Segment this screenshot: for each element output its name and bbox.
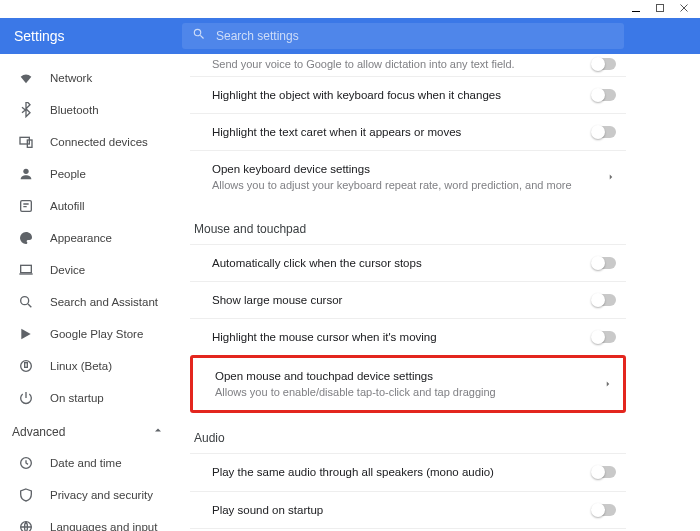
sidebar-item-label: Device [50, 264, 170, 276]
sidebar-item-privacy[interactable]: Privacy and security [0, 479, 182, 511]
close-icon[interactable] [678, 0, 690, 18]
svg-rect-9 [25, 363, 28, 368]
svg-rect-0 [632, 11, 640, 12]
row-label: Play the same audio through all speakers… [212, 464, 582, 480]
palette-icon [18, 230, 34, 246]
row-label: Highlight the text caret when it appears… [212, 124, 582, 140]
svg-point-7 [21, 297, 29, 305]
chevron-right-icon [603, 379, 613, 389]
person-icon [18, 166, 34, 182]
row-label: Show large mouse cursor [212, 292, 582, 308]
page-title: Settings [14, 28, 182, 44]
clock-icon [18, 455, 34, 471]
sidebar-item-date-time[interactable]: Date and time [0, 447, 182, 479]
row-highlight-text-caret: Highlight the text caret when it appears… [190, 113, 626, 150]
highlighted-row: Open mouse and touchpad device settings … [190, 355, 626, 413]
row-auto-click: Automatically click when the cursor stop… [190, 244, 626, 281]
bluetooth-icon [18, 102, 34, 118]
sidebar-item-label: On startup [50, 392, 170, 404]
large-cursor-toggle[interactable] [592, 294, 616, 306]
sidebar-item-label: Google Play Store [50, 328, 170, 340]
settings-content[interactable]: Send your voice to Google to allow dicta… [182, 54, 700, 531]
section-title-audio: Audio [190, 413, 626, 453]
advanced-label: Advanced [12, 425, 65, 439]
startup-sound-toggle[interactable] [592, 504, 616, 516]
row-highlight-cursor: Highlight the mouse cursor when it's mov… [190, 318, 626, 355]
sidebar-item-device[interactable]: Device [0, 254, 182, 286]
chevron-right-icon [606, 172, 616, 182]
svg-point-4 [23, 169, 28, 174]
play-icon [18, 326, 34, 342]
svg-rect-1 [657, 5, 664, 12]
row-title: Open keyboard device settings [212, 163, 370, 175]
app-header: Settings [0, 18, 700, 54]
search-input[interactable] [216, 29, 614, 43]
wifi-icon [18, 70, 34, 86]
globe-icon [18, 519, 34, 531]
search-icon [18, 294, 34, 310]
row-label: Open keyboard device settings Allows you… [212, 161, 596, 193]
sidebar-item-label: Privacy and security [50, 489, 170, 501]
row-subtitle: Allows you to adjust your keyboard repea… [212, 178, 596, 193]
linux-icon [18, 358, 34, 374]
sidebar-item-languages[interactable]: Languages and input [0, 511, 182, 531]
sidebar-item-autofill[interactable]: Autofill [0, 190, 182, 222]
svg-rect-6 [21, 265, 32, 272]
row-open-keyboard-settings[interactable]: Open keyboard device settings Allows you… [190, 150, 626, 203]
row-label: Play sound on startup [212, 502, 582, 518]
sidebar-item-play-store[interactable]: Google Play Store [0, 318, 182, 350]
sidebar-item-label: Network [50, 72, 170, 84]
row-label: Open mouse and touchpad device settings … [215, 368, 593, 400]
sidebar-item-label: Search and Assistant [50, 296, 170, 308]
highlight-keyboard-focus-toggle[interactable] [592, 89, 616, 101]
devices-icon [18, 134, 34, 150]
sidebar-item-on-startup[interactable]: On startup [0, 382, 182, 414]
row-subtitle: Allows you to enable/disable tap-to-clic… [215, 385, 593, 400]
mono-audio-toggle[interactable] [592, 466, 616, 478]
autofill-icon [18, 198, 34, 214]
sidebar-item-network[interactable]: Network [0, 62, 182, 94]
sidebar-item-label: Bluetooth [50, 104, 170, 116]
row-label: Highlight the mouse cursor when it's mov… [212, 329, 582, 345]
shield-icon [18, 487, 34, 503]
sidebar-item-label: Connected devices [50, 136, 170, 148]
advanced-toggle[interactable]: Advanced [0, 414, 182, 447]
sidebar-item-label: Languages and input [50, 521, 170, 531]
laptop-icon [18, 262, 34, 278]
auto-click-toggle[interactable] [592, 257, 616, 269]
search-box[interactable] [182, 23, 624, 49]
highlight-text-caret-toggle[interactable] [592, 126, 616, 138]
row-add-features[interactable]: Add additional features Open Chrome Web … [190, 528, 626, 531]
power-icon [18, 390, 34, 406]
row-title: Open mouse and touchpad device settings [215, 370, 433, 382]
row-highlight-keyboard-focus: Highlight the object with keyboard focus… [190, 76, 626, 113]
row-large-cursor: Show large mouse cursor [190, 281, 626, 318]
sidebar-item-label: Date and time [50, 457, 170, 469]
sidebar-item-appearance[interactable]: Appearance [0, 222, 182, 254]
sidebar-item-label: Autofill [50, 200, 170, 212]
sidebar-item-bluetooth[interactable]: Bluetooth [0, 94, 182, 126]
row-label: Automatically click when the cursor stop… [212, 255, 582, 271]
sidebar-item-label: People [50, 168, 170, 180]
sidebar: Network Bluetooth Connected devices Peop… [0, 54, 182, 531]
sidebar-item-linux[interactable]: Linux (Beta) [0, 350, 182, 382]
row-label: Highlight the object with keyboard focus… [212, 87, 582, 103]
window-titlebar [0, 0, 700, 18]
row-mono-audio: Play the same audio through all speakers… [190, 453, 626, 490]
maximize-icon[interactable] [654, 0, 666, 18]
minimize-icon[interactable] [630, 0, 642, 18]
dictation-toggle[interactable] [592, 58, 616, 70]
sidebar-item-label: Linux (Beta) [50, 360, 170, 372]
row-startup-sound: Play sound on startup [190, 491, 626, 528]
sidebar-item-connected-devices[interactable]: Connected devices [0, 126, 182, 158]
search-icon [192, 27, 206, 45]
dictation-subtitle: Send your voice to Google to allow dicta… [190, 58, 626, 76]
sidebar-item-search-assistant[interactable]: Search and Assistant [0, 286, 182, 318]
dictation-subtitle-text: Send your voice to Google to allow dicta… [212, 58, 592, 70]
sidebar-item-label: Appearance [50, 232, 170, 244]
row-open-mouse-touchpad-settings[interactable]: Open mouse and touchpad device settings … [193, 358, 623, 410]
chevron-up-icon [152, 424, 164, 439]
sidebar-item-people[interactable]: People [0, 158, 182, 190]
section-title-mouse: Mouse and touchpad [190, 204, 626, 244]
highlight-cursor-toggle[interactable] [592, 331, 616, 343]
